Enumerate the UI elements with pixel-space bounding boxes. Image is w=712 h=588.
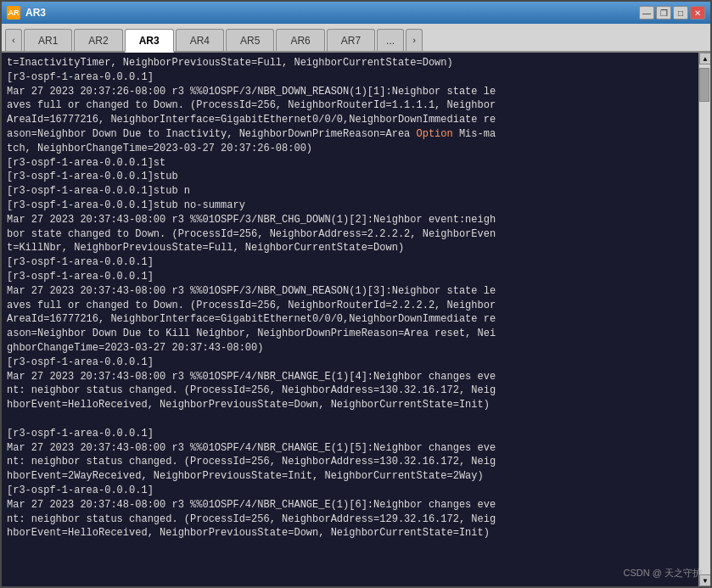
scroll-track[interactable] [699, 64, 710, 574]
tab-more-button[interactable]: ... [377, 29, 404, 51]
tab-bar: ‹ AR1 AR2 AR3 AR4 AR5 AR6 AR7 ... › [2, 24, 710, 53]
main-window: AR AR3 — ❐ □ ✕ ‹ AR1 AR2 AR3 AR4 AR5 AR6… [0, 0, 712, 588]
watermark: CSDN @ 天之守护 [624, 567, 702, 580]
tab-ar1[interactable]: AR1 [24, 29, 72, 51]
scrollbar[interactable]: ▲ ▼ [698, 53, 710, 586]
option-highlight: Option [416, 128, 452, 140]
tab-prev-button[interactable]: ‹ [5, 29, 22, 51]
app-icon: AR [7, 6, 20, 20]
tab-ar2[interactable]: AR2 [74, 29, 122, 51]
window-title: AR3 [25, 7, 46, 19]
title-bar: AR AR3 — ❐ □ ✕ [2, 2, 710, 24]
tab-next-button[interactable]: › [406, 29, 423, 51]
close-button[interactable]: ✕ [690, 6, 705, 20]
title-controls: — ❐ □ ✕ [639, 6, 705, 20]
terminal-output[interactable]: t=InactivityTimer, NeighborPreviousState… [2, 53, 698, 586]
minimize-button[interactable]: — [639, 6, 654, 20]
title-bar-left: AR AR3 [7, 6, 46, 20]
content-wrapper: t=InactivityTimer, NeighborPreviousState… [2, 53, 710, 586]
scroll-up-button[interactable]: ▲ [699, 53, 710, 64]
tab-ar7[interactable]: AR7 [327, 29, 375, 51]
tab-ar3[interactable]: AR3 [125, 29, 174, 53]
maximize-button[interactable]: □ [673, 6, 688, 20]
tab-ar5[interactable]: AR5 [226, 29, 274, 51]
tab-ar6[interactable]: AR6 [276, 29, 324, 51]
scroll-thumb[interactable] [699, 68, 709, 102]
restore-button[interactable]: ❐ [656, 6, 671, 20]
tab-ar4[interactable]: AR4 [176, 29, 224, 51]
